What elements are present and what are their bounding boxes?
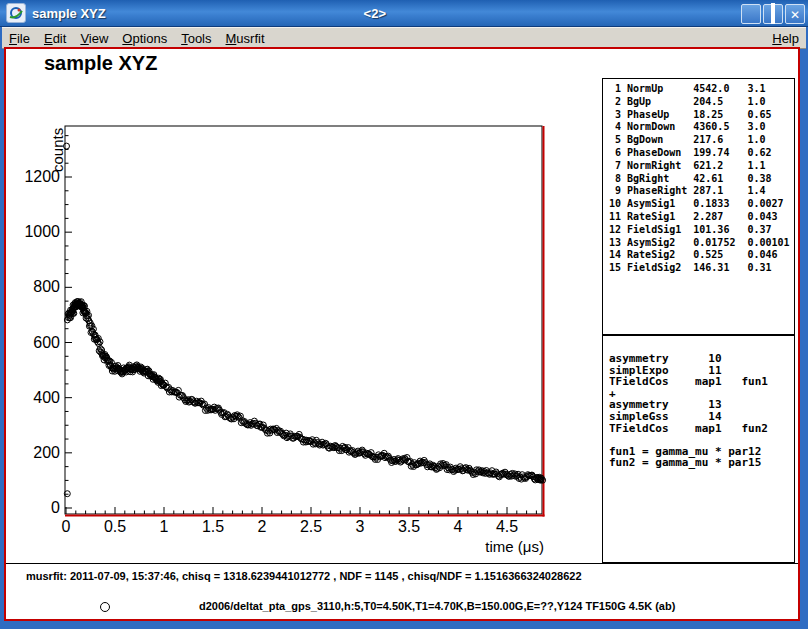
menu-view[interactable]: View — [73, 30, 115, 47]
x-tick-label: 0.5 — [104, 518, 126, 535]
x-tick-label: 3 — [356, 518, 365, 535]
menu-help[interactable]: Help — [765, 30, 806, 47]
param-row-asymsig1: 10 AsymSig1 0.1833 0.0027 — [609, 198, 794, 211]
plot-frame — [65, 126, 542, 514]
legend-run-label: d2006/deltat_pta_gps_3110,h:5,T0=4.50K,T… — [199, 600, 675, 612]
y-axis-title: counts — [49, 128, 66, 172]
y-tick-label: 800 — [33, 278, 60, 295]
maximize-icon — [771, 5, 775, 23]
theory-box[interactable]: asymmetry 10simplExpo 11TFieldCos map1 f… — [602, 335, 795, 563]
menu-items: FileEditViewOptionsToolsMusrfit — [2, 30, 272, 47]
y-tick-label: 200 — [33, 444, 60, 461]
menu-edit[interactable]: Edit — [37, 30, 73, 47]
param-row-phaseup: 3 PhaseUp 18.25 0.65 — [609, 109, 794, 122]
param-row-ratesig1: 11 RateSig1 2.287 0.043 — [609, 211, 794, 224]
close-icon: ✕ — [790, 5, 800, 23]
legend-open-circle-marker — [100, 602, 110, 612]
theory-line: TFieldCos map1 fun1 — [609, 376, 794, 388]
menu-options[interactable]: Options — [115, 30, 174, 47]
param-row-phasedown: 6 PhaseDown 199.74 0.62 — [609, 147, 794, 160]
x-tick-label: 2 — [258, 518, 267, 535]
x-tick-label: 1.5 — [202, 518, 224, 535]
param-row-fieldsig2: 15 FieldSig2 146.31 0.31 — [609, 262, 794, 275]
x-tick-label: 3.5 — [398, 518, 420, 535]
fit-parameters-box[interactable]: 1 NormUp 4542.0 3.1 2 BgUp 204.5 1.0 3 P… — [602, 78, 795, 335]
y-tick-label: 600 — [33, 334, 60, 351]
title-bar: sample XYZ <2> ✕ — [0, 0, 808, 27]
fit-status-line: musrfit: 2011-07-09, 15:37:46, chisq = 1… — [26, 570, 582, 582]
x-tick-label: 4 — [454, 518, 463, 535]
theory-line: TFieldCos map1 fun2 — [609, 423, 794, 435]
param-row-bgup: 2 BgUp 204.5 1.0 — [609, 96, 794, 109]
x-axis-title: time (μs) — [485, 538, 544, 555]
x-tick-label: 4.5 — [496, 518, 518, 535]
maximize-button[interactable] — [763, 4, 783, 24]
param-row-normup: 1 NormUp 4542.0 3.1 — [609, 83, 794, 96]
menu-musrfit[interactable]: Musrfit — [219, 30, 272, 47]
y-tick-label: 400 — [33, 389, 60, 406]
param-row-asymsig2: 13 AsymSig2 0.01752 0.00101 — [609, 237, 794, 250]
theory-line: simpleGss 14 — [609, 411, 794, 423]
param-row-ratesig2: 14 RateSig2 0.525 0.046 — [609, 249, 794, 262]
theory-line: fun2 = gamma_mu * par15 — [609, 457, 794, 469]
theory-line: asymmetry 10 — [609, 353, 794, 365]
menu-tools[interactable]: Tools — [174, 30, 218, 47]
x-tick-label: 0 — [62, 518, 71, 535]
x-tick-label: 1 — [160, 518, 169, 535]
param-row-fieldsig1: 12 FieldSig1 101.36 0.37 — [609, 224, 794, 237]
application-window: { "window": { "title": "sample XYZ", "in… — [0, 0, 808, 629]
legend-row: d2006/deltat_pta_gps_3110,h:5,T0=4.50K,T… — [6, 599, 798, 615]
param-row-normright: 7 NormRight 621.2 1.1 — [609, 160, 794, 173]
param-row-bgdown: 5 BgDown 217.6 1.0 — [609, 134, 794, 147]
menu-file[interactable]: File — [2, 30, 37, 47]
minimize-button[interactable] — [741, 4, 761, 24]
x-tick-label: 2.5 — [300, 518, 322, 535]
menu-items-right: Help — [765, 31, 806, 46]
legend-divider — [6, 563, 798, 564]
root-logo-icon — [6, 3, 26, 23]
menu-bar: FileEditViewOptionsToolsMusrfit Help — [2, 27, 806, 49]
y-tick-label: 0 — [51, 499, 60, 516]
param-row-normdown: 4 NormDown 4360.5 3.0 — [609, 121, 794, 134]
param-row-bgright: 8 BgRight 42.61 0.38 — [609, 173, 794, 186]
window-instance-label: <2> — [364, 6, 386, 21]
window-controls: ✕ — [741, 4, 805, 24]
root-canvas[interactable]: sample XYZ 00.511.522.533.544.5020040060… — [4, 47, 800, 621]
y-tick-label: 1000 — [24, 223, 60, 240]
theory-line — [609, 434, 794, 446]
close-button[interactable]: ✕ — [785, 4, 805, 24]
param-row-phaseright: 9 PhaseRight 287.1 1.4 — [609, 185, 794, 198]
window-title: sample XYZ — [32, 6, 106, 21]
